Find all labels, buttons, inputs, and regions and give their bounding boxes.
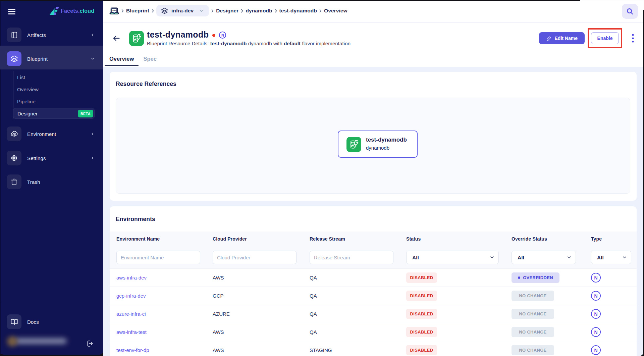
status-filter-select[interactable]: All (406, 251, 499, 264)
environment-link[interactable]: aws-infra-test (116, 329, 147, 335)
sidebar: Facets.cloud Artifacts Blueprint List Ov… (0, 1, 103, 355)
sidebar-item-environment[interactable]: Environment (0, 125, 103, 143)
pencil-icon (546, 36, 552, 41)
kebab-icon (632, 34, 634, 43)
sidebar-subitem-list[interactable]: List (17, 74, 25, 80)
sidebar-item-blueprint[interactable]: Blueprint (0, 50, 103, 67)
breadcrumb-designer[interactable]: Designer (216, 8, 238, 14)
page-subtitle: Blueprint Resource Details: test-dynamod… (147, 41, 351, 46)
release-stream-cell: STAGING (310, 347, 406, 353)
tab-overview[interactable]: Overview (105, 56, 139, 67)
column-header-status: Status (406, 236, 512, 242)
enable-button[interactable]: Enable (591, 32, 619, 44)
sidebar-item-label: Blueprint (27, 56, 48, 62)
type-badge: N (591, 345, 601, 355)
new-badge: N (219, 32, 226, 39)
hamburger-menu-icon[interactable] (8, 9, 15, 14)
tabs: Overview Spec (105, 56, 161, 67)
logout-icon[interactable] (86, 340, 93, 347)
environment-link[interactable]: azure-infra-ci (116, 311, 146, 317)
sidebar-item-label: Trash (27, 179, 40, 185)
sidebar-item-settings[interactable]: Settings (0, 149, 103, 167)
table-row: aws-infra-test AWS QA DISABLED NO CHANGE… (110, 323, 637, 341)
table-filter-band: Environment Name Cloud Provider Release … (110, 232, 637, 268)
layers-icon (10, 55, 18, 63)
chevron-right-icon (239, 8, 245, 13)
column-header-release-stream: Release Stream (310, 236, 406, 242)
breadcrumb-resource[interactable]: test-dynamodb (279, 8, 317, 14)
environment-icon-tile (7, 126, 21, 141)
override-status-filter-select[interactable]: All (512, 251, 576, 264)
sidebar-item-label: Environment (27, 131, 56, 137)
sidebar-item-docs[interactable]: Docs (0, 313, 103, 330)
edit-name-button[interactable]: Edit Name (539, 32, 585, 44)
content: Resource References (103, 67, 643, 356)
status-badge: DISABLED (406, 291, 437, 301)
cloud-provider-cell: AWS (213, 347, 310, 353)
references-canvas: test-dynamodb dynamodb (116, 98, 630, 194)
kebab-menu[interactable] (632, 34, 634, 43)
resource-node[interactable]: test-dynamodb dynamodb (338, 131, 418, 158)
user-account-row (0, 334, 103, 353)
type-badge: N (591, 273, 601, 283)
designer-label: Designer (17, 111, 38, 116)
logo-suffix: cloud (80, 8, 95, 14)
settings-icon-tile (7, 151, 21, 165)
chevron-right-icon (120, 8, 125, 13)
environment-link[interactable]: test-env-for-dp (116, 347, 149, 353)
status-badge: DISABLED (406, 309, 437, 319)
svg-text:DEMO: DEMO (112, 9, 117, 11)
avatar (7, 336, 17, 347)
sidebar-subitem-designer[interactable]: Designer BETA (13, 108, 95, 119)
trash-icon-tile (7, 174, 21, 189)
override-status-badge: NO CHANGE (512, 345, 554, 355)
override-status-badge: NO CHANGE (512, 309, 554, 319)
type-badge: N (591, 327, 601, 337)
sidebar-subitem-pipeline[interactable]: Pipeline (17, 99, 36, 104)
environments-card: Environments Environment Name Cloud Prov… (110, 206, 637, 356)
sidebar-subitem-overview[interactable]: Overview (17, 87, 39, 92)
search-button[interactable] (622, 4, 638, 19)
release-stream-cell: QA (310, 311, 406, 317)
release-stream-cell: QA (310, 275, 406, 281)
title-row: test-dynamodb N (147, 30, 226, 40)
cloud-provider-filter-input[interactable] (213, 251, 297, 264)
override-dot (518, 276, 520, 279)
type-badge: N (591, 291, 601, 301)
environment-name-filter-input[interactable] (116, 251, 200, 264)
project-selector-pill[interactable]: infra-dev (156, 5, 209, 16)
release-stream-cell: QA (310, 329, 406, 335)
sidebar-item-label: Artifacts (27, 32, 46, 38)
breadcrumb-bar: DEMO Blueprint infra-dev Designer dyn (103, 1, 643, 23)
environments-title: Environments (116, 216, 155, 223)
environment-link[interactable]: aws-infra-dev (116, 275, 147, 281)
tab-spec[interactable]: Spec (139, 56, 161, 67)
release-stream-filter-input[interactable] (310, 251, 393, 264)
type-filter-select[interactable]: All (591, 251, 631, 264)
subtitle-segment: flavor implementation (301, 41, 351, 46)
logo-brand: Facets. (61, 8, 80, 14)
resource-references-card: Resource References (110, 72, 637, 201)
column-header-override-status: Override Status (512, 236, 591, 242)
user-name-blurred (15, 338, 67, 344)
subtitle-segment-bold: test-dynamodb (210, 41, 247, 46)
environment-link[interactable]: gcp-infra-dev (116, 293, 146, 299)
breadcrumb-resource-type[interactable]: dynamodb (246, 8, 272, 14)
status-badge: DISABLED (406, 272, 437, 283)
sidebar-item-artifacts[interactable]: Artifacts (0, 26, 103, 44)
app-window: Facets.cloud Artifacts Blueprint List Ov… (0, 1, 643, 356)
facets-logo: Facets.cloud (49, 7, 94, 15)
chevron-right-icon (210, 8, 215, 13)
back-arrow-icon[interactable] (112, 34, 120, 42)
book-icon (10, 31, 18, 39)
docs-icon-tile (7, 314, 21, 329)
table-row: aws-infra-dev AWS QA DISABLED OVERRIDDEN… (110, 268, 637, 287)
chevron-down-icon (90, 56, 95, 61)
breadcrumb-blueprint[interactable]: Blueprint (126, 8, 149, 14)
breadcrumb-page[interactable]: Overview (324, 8, 347, 14)
layers-icon (161, 7, 168, 14)
cloud-download-icon (10, 130, 18, 138)
sidebar-item-trash[interactable]: Trash (0, 173, 103, 191)
override-status-badge: NO CHANGE (512, 291, 554, 301)
override-status-badge: NO CHANGE (512, 327, 554, 337)
